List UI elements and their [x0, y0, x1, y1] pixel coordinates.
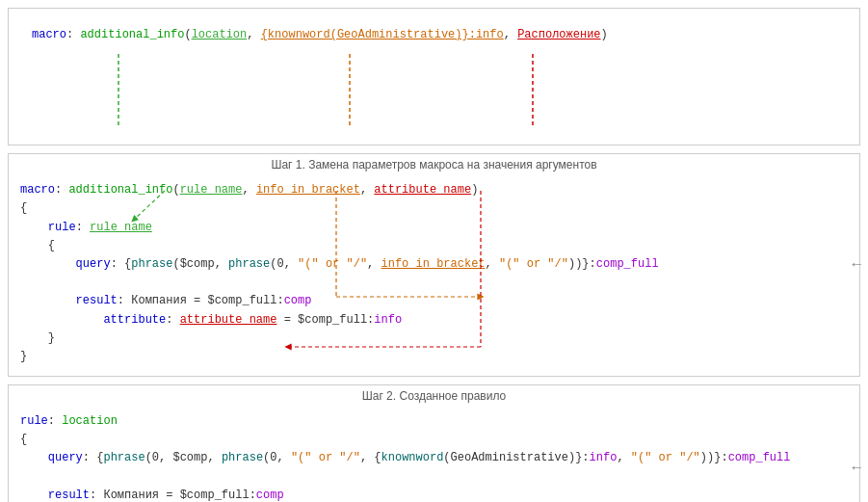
middle-line7: result: Компания = $comp_full:comp	[20, 292, 848, 310]
right-arrow-bottom: ←	[852, 460, 861, 477]
middle-line9: }	[20, 330, 848, 348]
middle-line6	[20, 274, 848, 292]
arrows-svg-top	[32, 54, 836, 131]
bottom-code: rule: location { query: {phrase(0, $comp…	[9, 405, 859, 502]
arrows-area-top	[32, 54, 836, 131]
middle-line5: query: {phrase($comp, phrase(0, "(" or "…	[20, 255, 848, 274]
middle-line4: {	[20, 237, 848, 255]
top-panel: macro: additional_info(location, {knownw…	[8, 8, 860, 145]
middle-code: macro: additional_info(rule_name, info_i…	[9, 173, 859, 376]
middle-line3: rule: rule_name	[20, 219, 848, 237]
macro-keyword: macro	[32, 28, 66, 41]
middle-line2: {	[20, 199, 848, 218]
bottom-line2: {	[20, 431, 848, 449]
param-location: location	[192, 28, 248, 41]
param-knownword: {knownword(GeoAdministrative)}:info	[261, 28, 504, 41]
middle-line8: attribute: attribute_name = $comp_full:i…	[20, 311, 848, 330]
bottom-panel: Шаг 2. Созданное правило rule: location …	[8, 384, 860, 502]
macro-name-top: additional_info	[80, 28, 184, 41]
top-code: macro: additional_info(location, {knownw…	[20, 18, 848, 54]
step2-label: Шаг 2. Созданное правило	[9, 385, 859, 405]
middle-line10: }	[20, 348, 848, 366]
right-arrow-middle: ←	[852, 256, 861, 274]
bottom-line3: query: {phrase(0, $comp, phrase(0, "(" o…	[20, 449, 848, 467]
param-raspolozhenie: Расположение	[517, 28, 600, 41]
bottom-line5: result: Компания = $comp_full:comp	[20, 487, 848, 502]
middle-line1: macro: additional_info(rule_name, info_i…	[20, 181, 848, 199]
middle-panel: Шаг 1. Замена параметров макроса на знач…	[8, 153, 860, 377]
step1-label: Шаг 1. Замена параметров макроса на знач…	[9, 154, 859, 173]
bottom-line4	[20, 468, 848, 487]
bottom-line1: rule: location	[20, 412, 848, 431]
